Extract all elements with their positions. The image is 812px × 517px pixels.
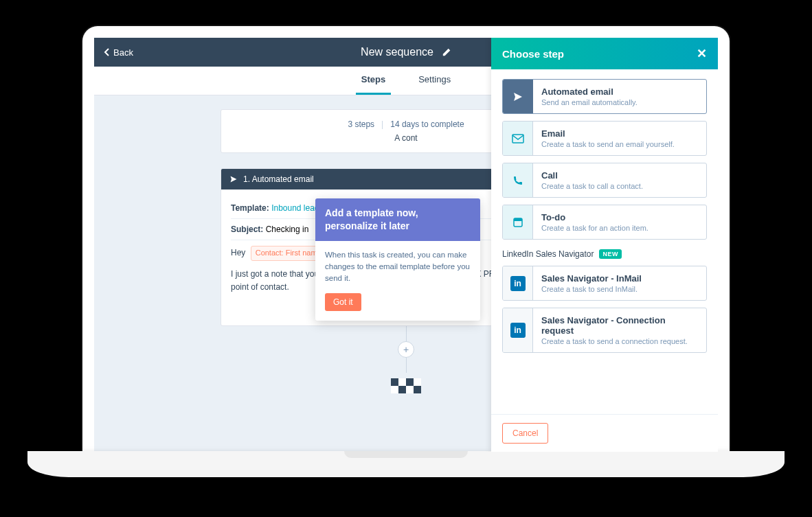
summary-steps: 3 steps: [348, 119, 374, 129]
panel-header: Choose step ✕: [491, 38, 718, 69]
panel-footer: Cancel: [491, 414, 718, 452]
summary-duration: 14 days to complete: [390, 119, 464, 129]
option-desc: Send an email automatically.: [541, 98, 638, 106]
connector-line: [406, 326, 407, 341]
subject-label: Subject:: [231, 225, 263, 234]
option-title: Automated email: [541, 87, 638, 97]
svg-rect-2: [514, 218, 522, 221]
email-greeting: Hey: [231, 248, 245, 257]
finish-flag-icon: [391, 378, 421, 393]
linkedin-section-label: LinkedIn Sales Navigator NEW: [502, 249, 707, 259]
option-email[interactable]: Email Create a task to send an email you…: [502, 121, 707, 156]
todo-icon: [503, 205, 533, 239]
new-badge: NEW: [599, 249, 622, 259]
popover-body: When this task is created, you can make …: [315, 241, 480, 293]
page-title: New sequence: [361, 46, 433, 58]
popover-title-line2: personalize it later: [325, 220, 409, 231]
panel-body: Automated email Send an email automatica…: [491, 69, 718, 414]
got-it-button[interactable]: Got it: [325, 293, 361, 311]
close-icon[interactable]: ✕: [697, 47, 707, 60]
option-automated-email[interactable]: Automated email Send an email automatica…: [502, 79, 707, 114]
laptop-frame: Back New sequence Steps Settings 3 steps…: [82, 26, 730, 452]
laptop-base: [27, 451, 785, 477]
tab-steps[interactable]: Steps: [356, 66, 391, 95]
chevron-left-icon: [104, 48, 109, 56]
back-button[interactable]: Back: [104, 47, 133, 58]
option-title: Sales Navigator - Connection request: [541, 315, 698, 336]
option-call[interactable]: Call Create a task to call a contact.: [502, 163, 707, 198]
svg-rect-0: [512, 135, 523, 143]
envelope-icon: [503, 122, 533, 155]
option-desc: Create a task for an action item.: [541, 224, 649, 232]
section-label-text: LinkedIn Sales Navigator: [502, 249, 594, 259]
hint-popover: Add a template now, personalize it later…: [315, 198, 480, 321]
back-label: Back: [113, 47, 133, 58]
linkedin-icon: in: [503, 266, 533, 300]
phone-icon: [503, 163, 533, 197]
option-desc: Create a task to call a contact.: [541, 182, 643, 190]
cancel-button[interactable]: Cancel: [502, 423, 548, 444]
template-label: Template:: [231, 203, 269, 213]
edit-icon[interactable]: [442, 47, 451, 57]
subject-value: Checking in: [266, 225, 309, 234]
choose-step-panel: Choose step ✕ Automated email Send an em…: [491, 38, 718, 452]
popover-header: Add a template now, personalize it later: [315, 198, 480, 241]
option-desc: Create a task to send InMail.: [541, 285, 642, 293]
tab-settings[interactable]: Settings: [413, 66, 456, 95]
popover-title-line1: Add a template now,: [325, 207, 418, 218]
step-card-title: 1. Automated email: [243, 174, 314, 184]
option-desc: Create a task to send a connection reque…: [541, 337, 698, 345]
option-sales-nav-inmail[interactable]: in Sales Navigator - InMail Create a tas…: [502, 266, 707, 301]
panel-title: Choose step: [502, 48, 564, 60]
connector-line: [406, 358, 407, 373]
laptop-notch: [344, 451, 468, 458]
option-title: To-do: [541, 212, 649, 222]
app-screen: Back New sequence Steps Settings 3 steps…: [94, 38, 718, 452]
linkedin-icon: in: [503, 308, 533, 352]
option-title: Call: [541, 170, 643, 181]
option-sales-nav-connection[interactable]: in Sales Navigator - Connection request …: [502, 308, 707, 353]
option-desc: Create a task to send an email yourself.: [541, 140, 675, 148]
add-step-button[interactable]: +: [398, 341, 414, 358]
summary-divider: |: [381, 119, 383, 129]
send-icon: [229, 175, 238, 183]
send-icon: [503, 80, 533, 113]
option-todo[interactable]: To-do Create a task for an action item.: [502, 205, 707, 240]
option-title: Sales Navigator - InMail: [541, 273, 642, 284]
option-title: Email: [541, 128, 675, 139]
